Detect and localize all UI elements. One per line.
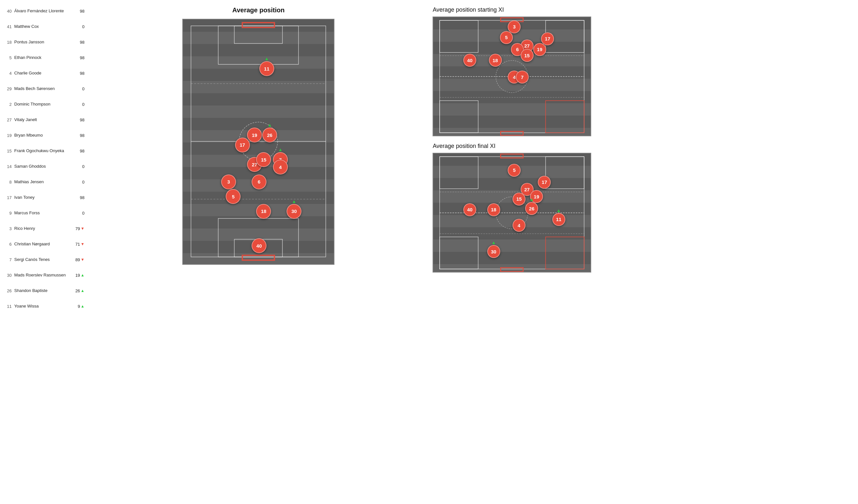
svg-rect-7 <box>242 23 274 28</box>
player-dot: 3 <box>221 175 236 189</box>
player-dot-wrapper: 18 <box>489 54 502 67</box>
player-name: Matthew Cox <box>14 24 72 30</box>
svg-rect-4 <box>234 26 283 44</box>
player-dot: 40 <box>463 203 476 216</box>
player-score: 0 <box>72 164 84 169</box>
player-row: 11Yoane Wissa9▲ <box>2 298 86 314</box>
player-dot: 18 <box>487 203 500 216</box>
player-dot-wrapper: 15 <box>521 49 534 62</box>
player-dot: 4 <box>512 219 525 232</box>
player-number: 19 <box>3 133 14 138</box>
player-score: 0 <box>72 211 84 215</box>
player-dot-wrapper: 3 <box>221 175 236 189</box>
player-name: Ethan Pinnock <box>14 55 72 61</box>
player-dot: 15 <box>521 49 534 62</box>
player-number: 29 <box>3 86 14 91</box>
player-number: 41 <box>3 24 14 29</box>
player-dot: 17 <box>235 137 250 152</box>
player-name: Bryan Mbeumo <box>14 133 72 138</box>
player-row: 19Bryan Mbeumo98 <box>2 128 86 143</box>
player-dot-wrapper: 18 <box>487 203 500 216</box>
arrow-down-icon: ▼ <box>81 257 84 262</box>
arrow-up-icon: ▲ <box>557 208 561 213</box>
player-score: 26▲ <box>72 289 84 293</box>
player-row: 5Ethan Pinnock98 <box>2 50 86 65</box>
player-score: 89▼ <box>72 257 84 262</box>
player-row: 8Mathias Jensen0 <box>2 174 86 190</box>
player-dot-wrapper: 17 <box>538 176 551 189</box>
arrow-up-icon: ▲ <box>292 199 296 204</box>
player-dot-wrapper: 6 <box>252 175 267 189</box>
player-row: 17Ivan Toney98 <box>2 190 86 205</box>
player-dot: 17 <box>538 176 551 189</box>
player-score: 71▼ <box>72 242 84 247</box>
player-name: Saman Ghoddos <box>14 164 72 169</box>
arrow-up-icon: ▲ <box>278 147 283 152</box>
player-dot-wrapper: 5 <box>500 31 513 44</box>
player-score: 98 <box>72 117 84 123</box>
player-name: Ivan Toney <box>14 195 72 200</box>
player-score: 98 <box>72 9 84 14</box>
player-dot: 26 <box>525 202 538 215</box>
player-number: 2 <box>3 102 14 107</box>
svg-rect-25 <box>546 157 584 189</box>
right-section: Average position starting XI <box>432 6 852 498</box>
player-row: 27Vitaly Janelt98 <box>2 112 86 128</box>
main-pitch: ▲1119▲26172715▲7463518▲3040 <box>182 19 334 265</box>
player-score: 0 <box>72 24 84 29</box>
arrow-up-icon: ▲ <box>81 273 84 277</box>
player-name: Mathias Jensen <box>14 179 72 185</box>
arrow-up-icon: ▲ <box>492 240 496 245</box>
arrow-up-icon: ▲ <box>81 289 84 293</box>
player-dot: 30 <box>487 245 500 258</box>
player-dot: 18 <box>489 54 502 67</box>
player-number: 40 <box>3 9 14 14</box>
player-score: 98 <box>72 195 84 200</box>
player-dot-wrapper: ▲30 <box>487 245 500 258</box>
player-dot-wrapper: ▲11 <box>259 61 274 76</box>
player-row: 18Pontus Jansson98 <box>2 34 86 50</box>
player-dot-wrapper: 40 <box>252 238 267 253</box>
svg-rect-30 <box>501 268 523 272</box>
arrow-up-icon: ▲ <box>267 123 272 128</box>
player-number: 27 <box>3 117 14 123</box>
player-dot: 5 <box>508 164 521 177</box>
player-score: 98 <box>72 149 84 153</box>
player-dot: 11 <box>259 61 274 76</box>
player-dot: 5 <box>500 31 513 44</box>
player-dot-wrapper: 15 <box>512 193 525 206</box>
player-score: 79▼ <box>72 226 84 231</box>
player-dot-wrapper: ▲26 <box>525 202 538 215</box>
player-number: 11 <box>3 304 14 309</box>
player-score: 0 <box>72 180 84 184</box>
final-xi-section: Average position final XI 517271915▲2 <box>432 143 852 273</box>
player-row: 15Frank Ogochukwu Onyeka98 <box>2 143 86 159</box>
player-score: 0 <box>72 86 84 91</box>
player-number: 5 <box>3 55 14 60</box>
player-score: 98 <box>72 40 84 45</box>
player-row: 41Matthew Cox0 <box>2 19 86 34</box>
svg-rect-27 <box>546 237 584 269</box>
player-score: 19▲ <box>72 273 84 278</box>
player-name: Pontus Jansson <box>14 39 72 45</box>
player-dot-wrapper: 4 <box>273 160 288 175</box>
starting-title: Average position starting XI <box>432 6 852 13</box>
player-dot-wrapper: ▲11 <box>552 213 565 226</box>
player-dot: 7 <box>516 70 529 83</box>
player-dot: 40 <box>463 54 476 67</box>
svg-rect-8 <box>242 255 274 260</box>
player-dot: 18 <box>256 204 271 219</box>
main-title: Average position <box>232 6 285 14</box>
player-score: 9▲ <box>72 304 84 309</box>
starting-pitch: 35172761915184047 <box>432 17 591 136</box>
player-dot-wrapper: 5 <box>226 189 241 204</box>
player-name: Shandon Baptiste <box>14 288 72 294</box>
svg-rect-13 <box>440 20 478 52</box>
center-section: Average position <box>94 6 423 498</box>
player-name: Vitaly Janelt <box>14 117 72 123</box>
player-dot: 40 <box>252 238 267 253</box>
arrow-up-icon: ▲ <box>81 304 84 308</box>
player-dot: 19 <box>533 43 546 56</box>
player-dot-wrapper: 4 <box>512 219 525 232</box>
player-number: 7 <box>3 257 14 262</box>
